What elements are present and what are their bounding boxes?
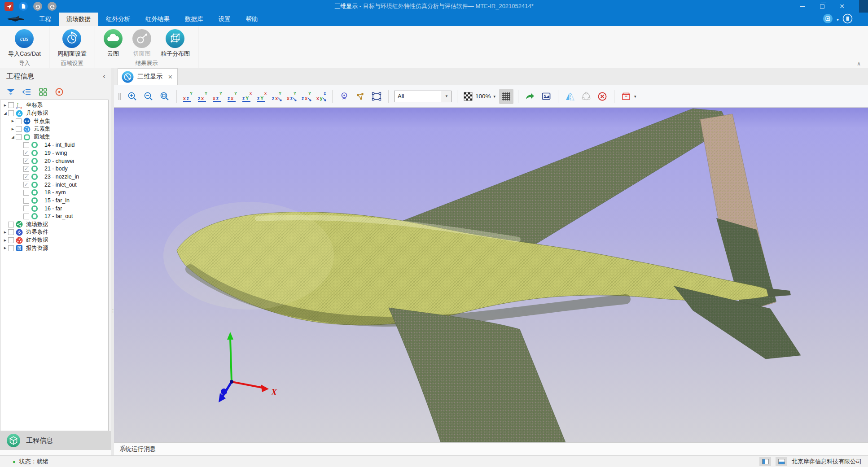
view-orient-icon-10-iso[interactable]: zxy — [315, 91, 327, 102]
mesh-grid-toggle-icon[interactable] — [499, 89, 513, 104]
tree-item-report-resources[interactable]: ▶报告资源 — [0, 244, 108, 252]
tree-item-face-20-chuiwei[interactable]: ✓20 - chuiwei — [0, 157, 108, 165]
tree-item-face-set[interactable]: ◢面域集 — [0, 133, 108, 141]
window-layout-icon[interactable] — [823, 13, 833, 25]
tree-item-face-21-body[interactable]: ✓21 - body — [0, 165, 108, 173]
menu-item-help[interactable]: 帮助 — [238, 13, 266, 26]
tree-checkbox[interactable] — [8, 102, 14, 108]
grid-view-icon[interactable] — [38, 87, 48, 97]
selection-filter-dropdown[interactable]: All ▼ — [394, 91, 452, 102]
marquee-select-icon[interactable] — [369, 89, 384, 104]
view-orient-icon-8-iso[interactable]: Yxz — [285, 91, 298, 102]
tree-item-infrared-data[interactable]: ▶红外数据 — [0, 236, 108, 244]
close-button[interactable]: ✕ — [832, 0, 852, 13]
menu-item-engineering[interactable]: 工程 — [31, 13, 59, 26]
share-export-icon[interactable] — [523, 89, 537, 104]
zoom-level-dropdown[interactable]: 100% ▾ — [464, 92, 495, 101]
view-orient-icon-9-iso[interactable]: Yzx — [300, 91, 312, 102]
zoom-in-icon[interactable] — [125, 89, 140, 104]
viewport-3d[interactable]: X — [114, 108, 868, 442]
menu-item-database[interactable]: 数据库 — [177, 13, 211, 26]
tree-checkbox[interactable] — [8, 229, 14, 235]
tree-checkbox[interactable]: ✓ — [23, 174, 29, 180]
tree-item-node-set[interactable]: ▶节点集 — [0, 117, 108, 125]
tree-expander-icon[interactable]: ▶ — [10, 127, 16, 131]
tree-checkbox[interactable] — [23, 142, 29, 148]
panel-collapse-icon[interactable]: ‹ — [103, 72, 105, 81]
node-select-icon[interactable] — [353, 89, 368, 104]
view-orient-icon-5-plane[interactable]: xzY — [241, 91, 253, 102]
view-orient-icon-1-plane[interactable]: Yxz — [182, 91, 194, 102]
menu-item-flow-field-data[interactable]: 流场数据 — [59, 13, 98, 26]
tree-expander-icon[interactable]: ◢ — [2, 111, 8, 115]
ribbon-button-cloud-map[interactable]: 云图 — [99, 28, 127, 59]
tree-item-face-18-sym[interactable]: 18 - sym — [0, 189, 108, 197]
tree-item-face-22-inlet-out[interactable]: ✓22 - inlet_out — [0, 181, 108, 189]
tab-close-icon[interactable]: ✕ — [168, 74, 173, 80]
tree-checkbox[interactable] — [23, 214, 29, 219]
menu-item-ir-analysis[interactable]: 红外分析 — [98, 13, 138, 26]
tree-checkbox[interactable]: ✓ — [23, 182, 29, 188]
expand-filter-icon[interactable] — [5, 87, 16, 97]
tree-checkbox[interactable] — [16, 134, 22, 140]
tree-expander-icon[interactable]: ◢ — [10, 135, 16, 139]
zoom-fit-icon[interactable] — [158, 89, 172, 104]
tree-item-element-set[interactable]: ▶元素集 — [0, 125, 108, 133]
tree-checkbox[interactable] — [16, 126, 22, 132]
view-orient-icon-4-plane[interactable]: Yzx — [226, 91, 238, 102]
tree-expander-icon[interactable]: ▶ — [2, 239, 8, 242]
tree-item-geometry-data[interactable]: ◢几何数据 — [0, 109, 108, 118]
tree-checkbox[interactable] — [23, 198, 29, 204]
tree-item-boundary-conditions[interactable]: ▶边界条件 — [0, 228, 108, 236]
restore-button[interactable] — [812, 0, 832, 13]
zoom-out-icon[interactable] — [141, 89, 156, 104]
redo-icon[interactable] — [48, 2, 57, 11]
app-launcher-icon[interactable] — [4, 2, 13, 11]
tree-item-face-23-nozzle-in[interactable]: ✓23 - nozzle_in — [0, 173, 108, 181]
menu-caret-icon[interactable]: ▾ — [837, 17, 839, 22]
view-orient-icon-6-plane[interactable]: xzY — [256, 91, 268, 102]
tree-item-face-19-wing[interactable]: ✓19 - wing — [0, 149, 108, 157]
snapshot-image-icon[interactable] — [539, 89, 553, 104]
tree-checkbox[interactable] — [8, 237, 14, 243]
ribbon-button-particle-distribution-map[interactable]: 粒子分布图 — [156, 28, 194, 59]
tree-expander-icon[interactable]: ▶ — [2, 104, 8, 107]
layout-toggle-left-icon[interactable] — [759, 457, 771, 466]
locate-target-icon[interactable] — [54, 87, 65, 97]
dropdown-arrow-icon[interactable]: ▼ — [442, 91, 451, 102]
tree-checkbox[interactable] — [16, 118, 22, 124]
ribbon-collapse-icon[interactable]: ∧ — [857, 61, 861, 67]
collapse-list-icon[interactable] — [22, 87, 32, 97]
tree-checkbox[interactable]: ✓ — [23, 166, 29, 172]
tree-expander-icon[interactable]: ▶ — [2, 246, 8, 250]
tree-checkbox[interactable] — [8, 245, 14, 251]
ribbon-button-import-cas-dat[interactable]: cas导入Cas/Dat — [4, 28, 45, 59]
cancel-operation-icon[interactable] — [595, 89, 609, 104]
tree-item-face-17-far-out[interactable]: 17 - far_out — [0, 213, 108, 221]
archive-box-icon[interactable] — [619, 89, 633, 104]
tree-checkbox[interactable] — [23, 205, 29, 211]
view-orient-icon-3-plane[interactable]: Yxz — [211, 91, 224, 102]
panel-splitter[interactable]: ⋮ — [111, 68, 114, 455]
archive-caret-icon[interactable]: ▾ — [634, 94, 636, 99]
menu-item-settings[interactable]: 设置 — [211, 13, 238, 26]
view-orient-icon-7-iso[interactable]: Yzx — [271, 91, 283, 102]
tree-item-face-14-int-fluid[interactable]: 14 - int_fluid — [0, 141, 108, 149]
project-info-footer-tab[interactable]: 工程信息 — [0, 431, 111, 450]
tree-expander-icon[interactable]: ▶ — [10, 119, 16, 123]
minimize-button[interactable] — [793, 0, 812, 13]
tree-checkbox[interactable]: ✓ — [23, 158, 29, 164]
view-orient-icon-2-plane[interactable]: Yzx — [197, 91, 209, 102]
layout-toggle-bottom-icon[interactable] — [776, 457, 787, 466]
new-file-icon[interactable] — [19, 2, 28, 11]
tree-checkbox[interactable]: ✓ — [23, 150, 29, 156]
tree-checkbox[interactable] — [8, 222, 14, 227]
mirror-icon[interactable] — [563, 89, 577, 104]
tab-3d-display[interactable]: 三维显示 ✕ — [118, 68, 178, 85]
undo-icon[interactable] — [33, 2, 42, 11]
tree-item-face-15-far-in[interactable]: 15 - far_in — [0, 196, 108, 205]
menu-item-ir-results[interactable]: 红外结果 — [138, 13, 177, 26]
toolbar-grip[interactable] — [118, 93, 121, 100]
notebook-icon[interactable] — [842, 13, 853, 25]
ribbon-button-periodic-face-setup[interactable]: 周期面设置 — [53, 28, 91, 59]
